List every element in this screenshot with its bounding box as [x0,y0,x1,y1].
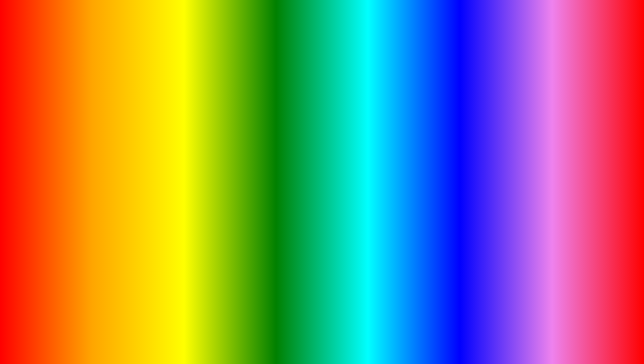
title-letter-f: F [306,6,341,66]
auto-farm-checkbox[interactable] [601,150,607,156]
window-right-title: NEVA HUB | BLOX FRUIT [445,109,504,114]
skill-c-neva-icon: N [66,182,72,188]
bf-logo-blox: BL X [548,323,621,334]
auto-farm-candy-neva-icon: N [469,177,475,183]
auto-farm-neva-icon: N [469,150,475,156]
skill-x-divider [74,168,75,173]
window-right-header: N NEVA HUB | BLOX FRUIT 01/01/2023 [432,106,615,118]
sidebar-right-settings-label: Settings [441,165,452,168]
title-letter-i: I [421,6,437,66]
window-left-body: 🏠 Main ⚔ Weapons ⚙ Settings 📈 Stats 👤 [29,118,212,215]
auto-farm-candy-checkbox[interactable] [601,177,607,183]
row-divider-1 [71,134,71,139]
window-left-content: Settings Mastery N Kill Health [For Mast… [57,118,212,215]
kill-neva-icon: N [66,153,72,159]
neva-logo-left: N [32,108,39,115]
bf-logo-fruits: FRUITS [548,334,621,342]
player-icon: 👤 [39,192,46,199]
kill-label: Kill [78,154,195,158]
title-letter-t: T [437,6,472,66]
sidebar-left-weapons-label: Weapons [36,148,49,151]
kill-checkbox[interactable]: ✓ [197,153,203,159]
kill-divider [74,153,75,159]
mastery-slider[interactable] [62,144,207,146]
window-right-header-left: N NEVA HUB | BLOX FRUIT [435,108,504,115]
auto-farm-candy-label: Auto Farm Candy [481,177,598,182]
skill-c-checkmark-icon: ✓ [199,183,202,188]
candy-decoration: 🧊 [276,248,318,288]
title-letter-b: B [135,6,175,66]
auto-farm-row: N Auto Farm [465,147,610,159]
kill-health-label: Kill Health [For Mastery] [74,134,191,139]
candy-stripe-right [621,36,641,236]
sidebar-right-settings[interactable]: ⚙ Settings [432,155,460,171]
bottom-title: UPDATE XMAS SCRIPT PASTEBIN [3,266,641,351]
window-left-title: NEVA HUB | BLOX FRUIT [42,109,101,114]
sidebar-right-weapons[interactable]: ⚔ Weapons [432,138,460,154]
bottom-pastebin: PASTEBIN [231,310,413,351]
sidebar-right-main[interactable]: 🏠 Main [432,120,460,136]
skill-x-label: Skill X [78,168,195,173]
title-letter-r: R [341,6,381,66]
title-letter-l: L [175,6,210,66]
sidebar-left-settings[interactable]: ⚙ Settings [29,155,57,171]
skull-icon: ☠ [574,281,595,308]
candy-section-label: Candy [465,162,610,172]
window-right-sidebar: 🏠 Main ⚔ Weapons ⚙ Settings 📈 Stats 👤 [432,118,460,215]
background: BLOX FRUITS MOBILE ✓ ANDROID ✓ WORK MOBI… [3,3,641,361]
sidebar-right-port[interactable]: 📍 Port [432,207,460,223]
neva-logo-right: N [435,108,443,115]
skill-x-neva-icon: N [66,168,72,174]
sidebar-right-main-label: Main [443,130,449,134]
window-left-header: N NEVA HUB | BLOX FRUIT 01/01/2023 - 08:… [29,106,212,118]
sidebar-right-port-label: Port [443,217,449,220]
skill-c-checkbox-row: N Skill C ✓ [62,179,207,191]
sidebar-left-stats[interactable]: 📈 Stats [29,172,57,188]
sidebar-right-player[interactable]: 👤 Player [432,190,460,206]
window-right-body: 🏠 Main ⚔ Weapons ⚙ Settings 📈 Stats 👤 [432,118,615,215]
mobile-badge-text: MOBILE [286,125,358,146]
skill-x-checkbox[interactable]: ✓ [197,168,203,174]
auto-farm-candy-divider [478,177,478,182]
home-icon: 🏠 [39,123,46,129]
settings-mastery-title: Settings Mastery [62,121,207,129]
sidebar-left-teleport[interactable]: 📍 Teleport [29,207,57,223]
skill-c-checkbox[interactable]: ✓ [197,182,203,188]
select-mode-dropdown[interactable]: Select Mode Farm : Normal Mode ▼ [465,133,610,144]
port-icon-right: 📍 [443,210,449,216]
skill-c-divider [74,183,75,188]
kill-checkbox-row: N Kill ✓ [62,150,207,162]
window-right-datetime: 01/01/2023 [594,110,612,114]
sidebar-left-player[interactable]: 👤 Player [29,190,57,206]
sidebar-left-weapons[interactable]: ⚔ Weapons [29,138,57,154]
kill-checkmark-icon: ✓ [199,154,202,159]
sword-icon-right: ⚔ [444,140,448,147]
skill-x-checkbox-row: N Skill X ✓ [62,165,207,177]
title-letter-x: X [253,6,290,66]
skill-x-checkmark-icon: ✓ [199,168,202,173]
title-letter-o: O [209,6,252,66]
title-letter-u: U [381,6,421,66]
sidebar-right-player-label: Player [442,200,450,203]
kill-health-row: N Kill Health [For Mastery] 25 [62,133,207,140]
home-icon-right: 🏠 [443,123,449,129]
right-section-title: Main [465,121,610,129]
auto-farm-candy-row: N Auto Farm Candy [465,174,610,186]
character-silhouette [239,53,405,303]
sword-icon: ⚔ [40,140,45,147]
sidebar-left-main-label: Main [39,130,46,134]
window-left-datetime: 01/01/2023 - 08:56:13 AM [ ID ] [157,110,209,114]
sidebar-left-main[interactable]: 🏠 Main [29,120,57,136]
bf-logo-text: BL X FRUITS [548,323,621,342]
bottom-script: SCRIPT [402,267,537,308]
window-left-header-left: N NEVA HUB | BLOX FRUIT [32,108,101,115]
bf-logo-circle: ☠ [558,268,611,321]
dropdown-arrow: ▼ [602,136,606,141]
skill-c-label: Skill C [78,183,195,188]
stats-icon-right: 📈 [443,175,449,181]
stats-icon: 📈 [39,175,46,181]
work-text: WORK [286,100,358,125]
bones-section-label: Bones [465,188,610,198]
sidebar-right-stats[interactable]: 📈 Stats [432,172,460,188]
teleport-icon: 📍 [39,210,46,216]
